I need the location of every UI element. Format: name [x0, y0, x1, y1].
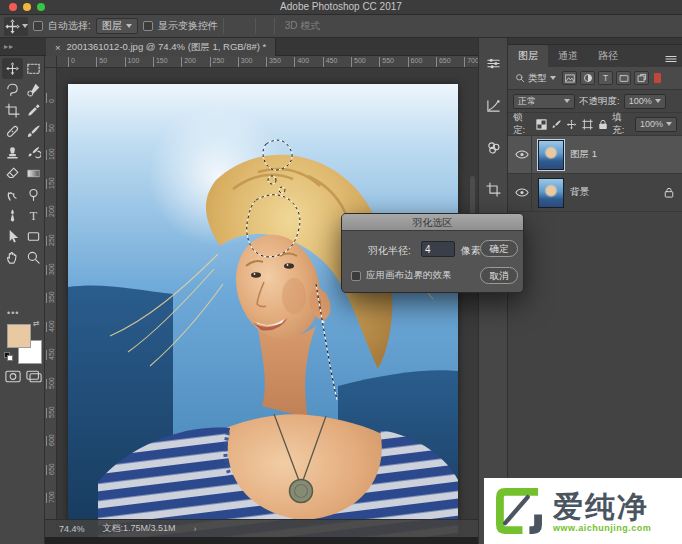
curves-panel-icon[interactable]: [479, 90, 508, 120]
filter-adjustment-layers-icon[interactable]: [580, 71, 595, 85]
svg-text:T: T: [30, 209, 38, 223]
chevron-down-icon: [655, 99, 661, 103]
divider: [274, 18, 275, 34]
layer-thumbnail[interactable]: [538, 140, 564, 170]
filter-kind-dropdown[interactable]: 类型: [512, 71, 559, 86]
visibility-toggle[interactable]: [512, 136, 532, 173]
photo-canvas[interactable]: [68, 84, 458, 544]
apply-canvas-bounds-option[interactable]: 应用画布边界的效果: [351, 269, 452, 282]
move-tool[interactable]: [2, 58, 23, 79]
quick-mask-button[interactable]: [3, 368, 23, 384]
visibility-toggle[interactable]: [512, 174, 532, 211]
blend-mode-dropdown[interactable]: 正常: [513, 94, 575, 109]
clone-stamp-tool[interactable]: [2, 142, 23, 163]
eyedropper-tool[interactable]: [23, 100, 44, 121]
vertical-ruler: 0501001502002503003504004505005506006507…: [45, 68, 57, 544]
default-colors-icon[interactable]: [4, 352, 13, 361]
zoom-level[interactable]: 74.4%: [59, 524, 85, 534]
auto-select-checkbox[interactable]: [33, 21, 43, 31]
ruler-tick: 600: [46, 436, 55, 446]
layer-row-background[interactable]: 背景: [508, 174, 682, 212]
layer-name[interactable]: 背景: [570, 186, 589, 199]
gradient-tool[interactable]: [23, 163, 44, 184]
filter-pixel-layers-icon[interactable]: [562, 71, 577, 85]
fill-label: 填充:: [612, 111, 631, 137]
foreground-color-swatch[interactable]: [7, 324, 31, 348]
ruler-tick: 550: [379, 57, 394, 67]
ruler-tick: 400: [46, 322, 55, 332]
filter-smart-objects-icon[interactable]: [634, 71, 649, 85]
eraser-tool[interactable]: [2, 163, 23, 184]
lock-pixels-icon[interactable]: [551, 118, 562, 131]
tab-layers[interactable]: 图层: [508, 45, 548, 67]
lock-position-icon[interactable]: [566, 118, 577, 131]
watermark-url[interactable]: www.aichunjing.com: [553, 523, 651, 533]
filter-type-layers-icon[interactable]: T: [598, 71, 613, 85]
adjustments-panel-icon[interactable]: [479, 48, 508, 78]
fill-dropdown[interactable]: 100%: [635, 117, 677, 132]
auto-select-dropdown[interactable]: 图层: [96, 18, 138, 34]
move-tool-preset[interactable]: [4, 17, 28, 36]
watermark: 爱纯净 www.aichunjing.com: [484, 478, 682, 544]
filter-toggle-icon[interactable]: [654, 73, 661, 83]
dodge-tool[interactable]: [23, 184, 44, 205]
crop-tool[interactable]: [2, 100, 23, 121]
eraser-icon: [5, 166, 20, 181]
lock-transparency-icon[interactable]: [536, 118, 547, 131]
layer-name[interactable]: 图层 1: [570, 148, 597, 161]
ruler-corner: [45, 56, 57, 68]
layer-thumbnail[interactable]: [538, 178, 564, 208]
tab-paths[interactable]: 路径: [588, 45, 628, 67]
marquee-tool[interactable]: [23, 58, 44, 79]
window-bottom-edge: [45, 537, 478, 544]
ruler-tick: 650: [46, 465, 55, 475]
close-tab-icon[interactable]: ×: [55, 42, 61, 53]
ruler-tick: 700: [46, 493, 55, 503]
title-bar: Adobe Photoshop CC 2017: [0, 0, 682, 15]
ruler-tick: 50: [96, 57, 107, 67]
status-caret-icon[interactable]: ›: [194, 524, 197, 534]
feather-radius-label: 羽化半径:: [368, 244, 411, 258]
zoom-tool[interactable]: [23, 247, 44, 268]
show-transform-checkbox[interactable]: [143, 21, 153, 31]
lock-row: 锁定: 填充: 100%: [508, 113, 682, 136]
show-transform-label: 显示变换控件: [158, 19, 218, 33]
apply-canvas-bounds-checkbox[interactable]: [351, 271, 361, 281]
path-selection-tool[interactable]: [2, 226, 23, 247]
feather-radius-input[interactable]: [421, 241, 455, 257]
lasso-icon: [5, 82, 20, 97]
edit-toolbar-ellipsis[interactable]: •••: [7, 308, 19, 318]
move-icon: [4, 18, 21, 35]
healing-brush-tool[interactable]: [2, 121, 23, 142]
quick-selection-icon: [26, 82, 41, 97]
lasso-tool[interactable]: [2, 79, 23, 100]
ruler-tick: 550: [46, 408, 55, 418]
screen-mode-button[interactable]: [24, 368, 44, 384]
quick-selection-tool[interactable]: [23, 79, 44, 100]
filter-shape-layers-icon[interactable]: [616, 71, 631, 85]
brush-tool[interactable]: [23, 121, 44, 142]
ok-button[interactable]: 确定: [480, 240, 518, 257]
panel-collapse-strip[interactable]: [508, 38, 682, 45]
toolbar-collapse-icon[interactable]: ▸▸: [4, 42, 14, 51]
panel-menu-icon[interactable]: [665, 50, 677, 68]
swap-colors-icon[interactable]: ⇄: [33, 319, 40, 328]
lock-all-icon[interactable]: [597, 118, 608, 131]
hand-tool[interactable]: [2, 247, 23, 268]
properties-panel-icon[interactable]: [479, 174, 508, 204]
layer-row-layer1[interactable]: 图层 1: [508, 136, 682, 174]
type-tool[interactable]: T: [23, 205, 44, 226]
search-icon: [515, 73, 525, 83]
opacity-dropdown[interactable]: 100%: [624, 94, 666, 109]
ruler-tick: 200: [46, 207, 55, 217]
tab-channels[interactable]: 通道: [548, 45, 588, 67]
eyedropper-icon: [26, 103, 41, 118]
shape-tool[interactable]: [23, 226, 44, 247]
smudge-tool[interactable]: [2, 184, 23, 205]
pen-tool[interactable]: [2, 205, 23, 226]
document-tab[interactable]: × 2001361012-0.jpg @ 74.4% (图层 1, RGB/8#…: [46, 38, 276, 56]
lock-artboard-icon[interactable]: [582, 118, 593, 131]
cancel-button[interactable]: 取消: [480, 267, 518, 284]
styles-panel-icon[interactable]: [479, 132, 508, 162]
history-brush-tool[interactable]: [23, 142, 44, 163]
